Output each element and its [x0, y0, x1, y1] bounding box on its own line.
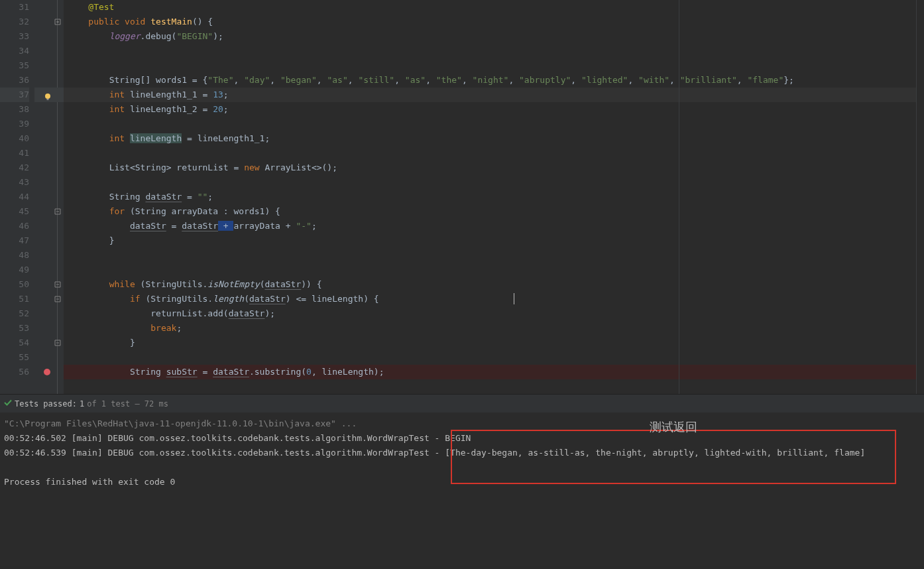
tests-passed-count: 1: [80, 399, 84, 409]
console-cmd-line: "C:\Program Files\RedHat\java-11-openjdk…: [4, 416, 920, 431]
console-blank: [4, 460, 920, 475]
gutter-icons[interactable]: [34, 0, 64, 394]
code-editor[interactable]: 3132333435363738394041424344454647484950…: [0, 0, 924, 394]
console-exit-line: Process finished with exit code 0: [4, 475, 920, 489]
check-icon: [4, 399, 12, 409]
svg-rect-1: [47, 99, 49, 100]
console-log-line-2: 00:52:46.539 [main] DEBUG com.ossez.tool…: [4, 446, 920, 460]
console-log-line-1: 00:52:46.502 [main] DEBUG com.ossez.tool…: [4, 431, 920, 446]
gutter-numbers[interactable]: 3132333435363738394041424344454647484950…: [0, 0, 34, 394]
test-status-bar: Tests passed: 1 of 1 test – 72 ms: [0, 394, 924, 412]
console-panel[interactable]: 测试返回 "C:\Program Files\RedHat\java-11-op…: [0, 412, 924, 569]
editor-scrollbar[interactable]: [916, 0, 924, 394]
svg-point-0: [45, 94, 50, 99]
code-body[interactable]: @Test public void testMain() { logger.de…: [64, 0, 916, 394]
right-margin-line: [679, 0, 679, 394]
tests-of-text: of 1 test – 72 ms: [87, 399, 168, 409]
breakpoint-icon: [44, 369, 50, 375]
tests-passed-label: Tests passed:: [15, 399, 77, 409]
text-caret: [514, 293, 514, 304]
